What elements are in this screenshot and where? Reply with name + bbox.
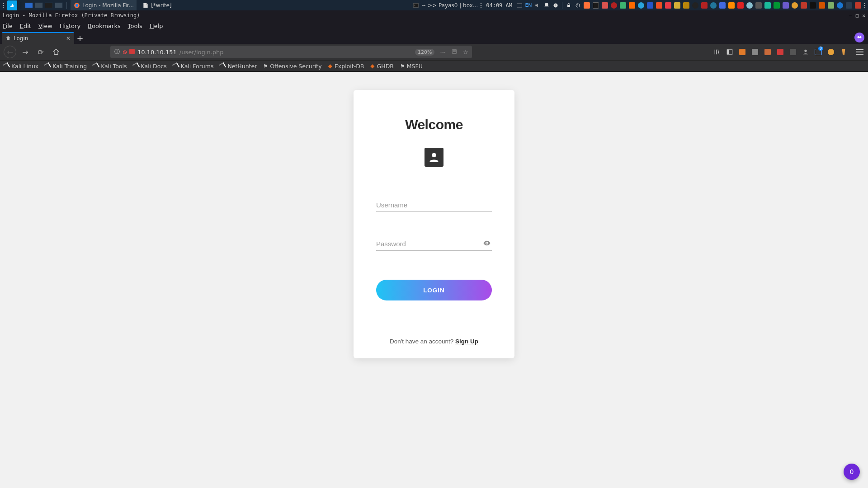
tool-icon-15[interactable] bbox=[818, 2, 826, 9]
toggle-password-visibility-icon[interactable] bbox=[483, 239, 491, 249]
reload-button[interactable]: ⟳ bbox=[34, 46, 47, 58]
tool-icon-18[interactable] bbox=[854, 2, 862, 9]
url-bar[interactable]: ⦸ 10.10.10.151/user/login.php 120% ⋯ ☆ bbox=[110, 46, 472, 58]
back-button[interactable]: ← bbox=[4, 46, 16, 58]
signup-link[interactable]: Sign Up bbox=[455, 338, 478, 345]
tool-icon-6[interactable] bbox=[701, 2, 708, 9]
alien-icon[interactable] bbox=[746, 2, 753, 9]
task-editor[interactable]: [*write] bbox=[139, 0, 175, 10]
terminal-tray-icon-2[interactable] bbox=[592, 2, 599, 9]
owasp-icon[interactable] bbox=[637, 2, 645, 9]
bookmark-star-icon[interactable]: ☆ bbox=[463, 49, 468, 56]
menu-help[interactable]: Help bbox=[150, 23, 163, 29]
tool-icon-11[interactable] bbox=[764, 2, 771, 9]
floating-badge[interactable]: 0 bbox=[844, 464, 860, 480]
eye-tool-icon[interactable] bbox=[836, 2, 844, 9]
password-input[interactable] bbox=[376, 237, 492, 251]
bookmark-kali-forums[interactable]: Kali Forums bbox=[173, 63, 214, 70]
lock-icon[interactable] bbox=[565, 2, 572, 9]
bookmark-kali-training[interactable]: Kali Training bbox=[45, 63, 87, 70]
close-button[interactable]: ✕ bbox=[862, 13, 865, 19]
vim-icon[interactable] bbox=[773, 2, 780, 9]
bookmark-exploitdb[interactable]: ◆Exploit-DB bbox=[328, 63, 364, 70]
reader-icon[interactable] bbox=[451, 48, 458, 56]
menu-file[interactable]: File bbox=[3, 23, 13, 29]
workspace-switcher-icon[interactable] bbox=[516, 2, 523, 9]
tool-icon-4[interactable] bbox=[683, 2, 690, 9]
menu-history[interactable]: History bbox=[60, 23, 80, 29]
terminal-tray-icon[interactable] bbox=[412, 2, 420, 9]
tool-icon-7[interactable] bbox=[719, 2, 726, 9]
new-tab-button[interactable]: + bbox=[74, 32, 86, 44]
bookmark-ghdb[interactable]: ◆GHDB bbox=[370, 63, 394, 70]
ext-icon-3[interactable] bbox=[763, 47, 772, 56]
ext-icon-4[interactable] bbox=[776, 47, 785, 56]
firefox-tray-icon[interactable] bbox=[583, 2, 590, 9]
language-indicator[interactable]: EN bbox=[525, 2, 532, 9]
terminal-button[interactable] bbox=[45, 2, 53, 8]
login-button[interactable]: LOGIN bbox=[376, 280, 492, 300]
tool-icon-13[interactable] bbox=[800, 2, 807, 9]
extension-icon[interactable] bbox=[129, 49, 135, 56]
tool-icon-14[interactable] bbox=[809, 2, 816, 9]
ext-icon-2[interactable] bbox=[750, 47, 760, 56]
tool-icon-1[interactable] bbox=[601, 2, 609, 9]
ext-icon-7[interactable] bbox=[839, 47, 848, 56]
tool-icon-8[interactable] bbox=[728, 2, 735, 9]
wordpress-icon[interactable] bbox=[710, 2, 717, 9]
metasploit-icon[interactable] bbox=[646, 2, 654, 9]
tool-icon-3[interactable] bbox=[656, 2, 663, 9]
menu-edit[interactable]: Edit bbox=[20, 23, 31, 29]
tray-term-label[interactable]: ~ >> Payas0 | box... bbox=[421, 2, 478, 9]
ext-icon-1[interactable] bbox=[738, 47, 747, 56]
tab-login[interactable]: Login ✕ bbox=[2, 32, 74, 44]
sidebar-icon[interactable] bbox=[725, 47, 734, 56]
show-desktop-button[interactable] bbox=[25, 2, 33, 8]
menu-bookmarks[interactable]: Bookmarks bbox=[88, 23, 121, 29]
menu-view[interactable]: View bbox=[38, 23, 52, 29]
clock[interactable]: 04:09 AM bbox=[484, 2, 514, 9]
bookmark-offsec[interactable]: ⚑Offensive Security bbox=[263, 63, 321, 70]
launcher-button[interactable] bbox=[55, 2, 63, 8]
ext-icon-6[interactable] bbox=[826, 47, 835, 56]
burpsuite-icon[interactable] bbox=[628, 2, 636, 9]
app-menu-button[interactable] bbox=[855, 47, 864, 56]
bookmark-msfu[interactable]: ⚑MSFU bbox=[400, 63, 423, 70]
kali-menu-button[interactable] bbox=[7, 0, 17, 10]
username-input[interactable] bbox=[376, 198, 492, 212]
file-manager-button[interactable] bbox=[35, 2, 43, 8]
page-actions-icon[interactable]: ⋯ bbox=[440, 49, 446, 56]
library-icon[interactable] bbox=[712, 47, 722, 56]
minimize-button[interactable]: — bbox=[849, 13, 852, 19]
maximize-button[interactable]: □ bbox=[856, 13, 859, 19]
faraday-icon[interactable] bbox=[665, 2, 672, 9]
notification-bell-icon[interactable] bbox=[543, 2, 550, 9]
home-button[interactable] bbox=[50, 46, 62, 58]
containers-icon[interactable] bbox=[814, 47, 823, 56]
menu-tools[interactable]: Tools bbox=[128, 23, 142, 29]
bookmark-kali-linux[interactable]: Kali Linux bbox=[4, 63, 38, 70]
tool-icon-9[interactable] bbox=[737, 2, 744, 9]
tool-icon-5[interactable] bbox=[692, 2, 699, 9]
bookmark-kali-docs[interactable]: Kali Docs bbox=[133, 63, 167, 70]
tool-icon-17[interactable] bbox=[845, 2, 853, 9]
tab-close-button[interactable]: ✕ bbox=[66, 35, 71, 42]
tool-icon-2[interactable] bbox=[619, 2, 627, 9]
ext-icon-5[interactable] bbox=[788, 47, 797, 56]
volume-icon[interactable] bbox=[534, 2, 541, 9]
search-tool-icon[interactable] bbox=[791, 2, 798, 9]
account-icon[interactable] bbox=[801, 47, 810, 56]
info-icon[interactable] bbox=[114, 48, 120, 56]
noscript-icon[interactable]: ⦸ bbox=[123, 48, 127, 56]
tool-icon-16[interactable] bbox=[827, 2, 835, 9]
power-icon[interactable] bbox=[574, 2, 581, 9]
bookmark-kali-tools[interactable]: Kali Tools bbox=[93, 63, 127, 70]
updates-icon[interactable] bbox=[552, 2, 559, 9]
cherrytree-icon[interactable] bbox=[610, 2, 618, 9]
task-firefox[interactable]: Login - Mozilla Fir... bbox=[71, 0, 137, 10]
bookmark-nethunter[interactable]: NetHunter bbox=[220, 63, 257, 70]
tool-icon-10[interactable] bbox=[755, 2, 762, 9]
tool-icon-12[interactable] bbox=[782, 2, 789, 9]
forward-button[interactable]: → bbox=[19, 46, 32, 58]
john-icon[interactable] bbox=[674, 2, 681, 9]
